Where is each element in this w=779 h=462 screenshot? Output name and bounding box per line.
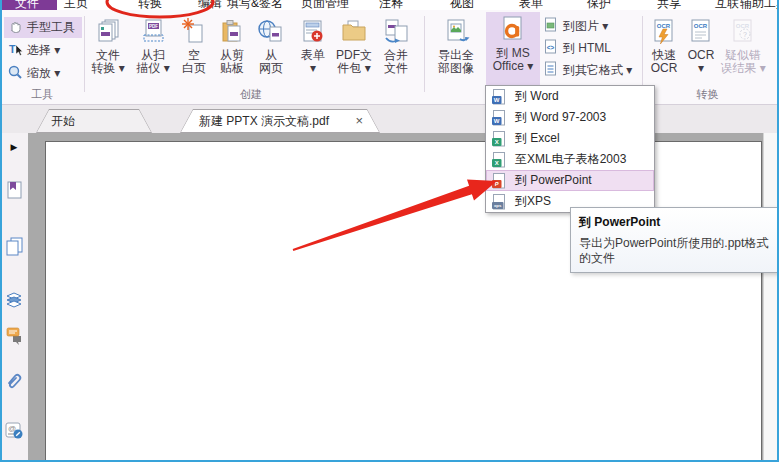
blank-page-button[interactable]: 空 白页: [176, 14, 212, 90]
hand-icon: [7, 18, 23, 37]
button-label: 贴板: [220, 62, 244, 75]
tab-form[interactable]: 表单: [519, 0, 543, 10]
tab-page-manage[interactable]: 页面管理: [301, 0, 349, 10]
page-thumbnails-icon: [4, 236, 24, 260]
xml-spreadsheet-file-icon: X: [491, 152, 507, 168]
menu-item-to-powerpoint[interactable]: P 到 PowerPoint: [486, 170, 654, 191]
to-html-button[interactable]: <> 到 HTML: [544, 38, 640, 58]
to-image-label: 到图片 ▾: [563, 18, 608, 35]
menu-item-label: 到 Word: [515, 88, 559, 105]
word-file-icon: W: [491, 89, 507, 105]
select-cursor-icon: T: [7, 41, 23, 60]
ocr-group-label: 转换: [645, 87, 770, 102]
from-scanner-button[interactable]: PDF 从扫 描仪 ▾: [131, 14, 175, 90]
expand-panel-button[interactable]: ▶: [4, 137, 24, 157]
menu-item-to-excel[interactable]: X 到 Excel: [486, 128, 654, 149]
from-web-page-button[interactable]: 从 网页: [252, 14, 290, 90]
tab-home[interactable]: 主页: [64, 0, 88, 10]
blank-page-icon: [179, 15, 209, 49]
to-ms-office-dropdown-menu: W 到 Word W 到 Word 97-2003 X 到 Excel X 至X…: [485, 85, 655, 213]
scanner-icon: PDF: [138, 15, 168, 49]
ribbon-tab-strip: 文件 主页 转换 编辑 填写&签名 页面管理 注释 视图 表单 保护 共享 互联…: [0, 0, 779, 10]
doc-tab-active[interactable]: 新建 PPTX 演示文稿.pdf ×: [180, 109, 380, 133]
layers-panel-button[interactable]: [4, 291, 24, 311]
hand-tool-label: 手型工具: [27, 19, 75, 36]
tab-convert[interactable]: 转换: [138, 0, 162, 10]
powerpoint-tooltip: 到 PowerPoint 导出为PowerPoint所使用的.ppt格式的文件: [570, 207, 778, 273]
group-separator: [424, 16, 425, 92]
signature-icon: @: [4, 420, 24, 444]
to-html-label: 到 HTML: [563, 40, 611, 57]
menu-item-label: 至XML电子表格2003: [515, 151, 626, 168]
comments-panel-button[interactable]: [4, 327, 24, 347]
tab-share[interactable]: 共享: [657, 0, 681, 10]
tab-comment[interactable]: 注释: [379, 0, 403, 10]
svg-text:xps: xps: [494, 203, 502, 208]
to-image-button[interactable]: 到图片 ▾: [544, 16, 640, 36]
svg-text:P: P: [495, 181, 499, 187]
zoom-tool-button[interactable]: 缩放 ▾: [4, 63, 82, 84]
button-label: 转换 ▾: [91, 62, 124, 75]
menu-item-to-word-97-2003[interactable]: W 到 Word 97-2003: [486, 107, 654, 128]
tab-fill-sign[interactable]: 填写&签名: [227, 0, 283, 10]
bookmarks-panel-button[interactable]: [4, 182, 24, 202]
ribbon: 手型工具 T 选择 ▾ 缩放 ▾ 工具 文件 转换 ▾ PDF 从扫 描仪 ▾ …: [0, 10, 779, 105]
svg-text:W: W: [494, 97, 500, 103]
pdf-portfolio-button[interactable]: PDF文 件包 ▾: [333, 14, 375, 90]
combine-files-button[interactable]: 合并 文件: [376, 14, 416, 90]
button-label: 误结果 ▾: [720, 62, 765, 75]
to-other-format-button[interactable]: 到其它格式 ▾: [544, 60, 640, 80]
button-label: 部图像: [438, 62, 474, 75]
tab-view[interactable]: 视图: [450, 0, 474, 10]
button-label: OCR: [651, 62, 678, 75]
comments-icon: [4, 325, 24, 349]
hand-tool-button[interactable]: 手型工具: [4, 17, 82, 38]
doc-tab-start-label: 开始: [51, 114, 75, 128]
tooltip-body: 导出为PowerPoint所使用的.ppt格式的文件: [579, 236, 771, 266]
svg-text:X: X: [495, 139, 499, 145]
menu-item-label: 到XPS: [515, 193, 551, 210]
attachments-panel-button[interactable]: [4, 373, 24, 393]
to-ms-office-button[interactable]: 到 MS Office ▾: [486, 12, 540, 95]
navigation-panel-strip: ▶ @: [0, 133, 28, 462]
button-label: 白页: [182, 62, 206, 75]
ocr-icon: OCR: [686, 15, 716, 49]
signature-panel-button[interactable]: @: [4, 422, 24, 442]
doc-tab-start[interactable]: 开始: [36, 109, 152, 133]
tab-edit[interactable]: 编辑: [198, 0, 222, 10]
menu-item-to-word[interactable]: W 到 Word: [486, 86, 654, 107]
menu-item-to-xml-spreadsheet-2003[interactable]: X 至XML电子表格2003: [486, 149, 654, 170]
layers-icon: [4, 289, 24, 313]
svg-text:OCR: OCR: [657, 23, 671, 29]
document-tab-bar: 开始 新建 PPTX 演示文稿.pdf ×: [0, 105, 779, 133]
button-label: 件包 ▾: [337, 62, 370, 75]
form-button[interactable]: 表单 ▾: [294, 14, 332, 90]
vertical-scrollbar[interactable]: [763, 133, 777, 462]
tab-file-label: 文件: [15, 0, 39, 10]
tab-file[interactable]: 文件: [0, 0, 57, 10]
file-convert-button[interactable]: 文件 转换 ▾: [86, 14, 130, 90]
dropdown-arrow-icon: ▾: [698, 62, 704, 75]
tab-accessibility[interactable]: 辅助工具: [740, 0, 779, 10]
tab-connect[interactable]: 互联: [715, 0, 739, 10]
tab-protect[interactable]: 保护: [587, 0, 611, 10]
to-other-format-icon: [544, 61, 558, 79]
web-page-icon: [256, 15, 286, 49]
export-images-icon: [441, 15, 471, 49]
export-all-images-button[interactable]: 导出全 部图像: [428, 14, 484, 90]
form-icon: [298, 15, 328, 49]
magnifier-icon: [7, 64, 23, 83]
svg-text:T: T: [9, 43, 16, 55]
select-tool-button[interactable]: T 选择 ▾: [4, 40, 82, 61]
suspect-results-icon: OCR?: [728, 15, 758, 49]
ocr-button[interactable]: OCR OCR ▾: [686, 14, 716, 90]
expand-arrow-icon: ▶: [11, 142, 18, 152]
svg-text:PDF: PDF: [149, 24, 158, 29]
page-thumbnails-panel-button[interactable]: [4, 238, 24, 258]
from-clipboard-button[interactable]: 从剪 贴板: [213, 14, 251, 90]
button-label: Office ▾: [493, 60, 533, 73]
close-icon[interactable]: ×: [355, 110, 363, 132]
button-label: 描仪 ▾: [136, 62, 169, 75]
quick-ocr-button[interactable]: OCR 快速 OCR: [645, 14, 683, 90]
excel-file-icon: X: [491, 131, 507, 147]
